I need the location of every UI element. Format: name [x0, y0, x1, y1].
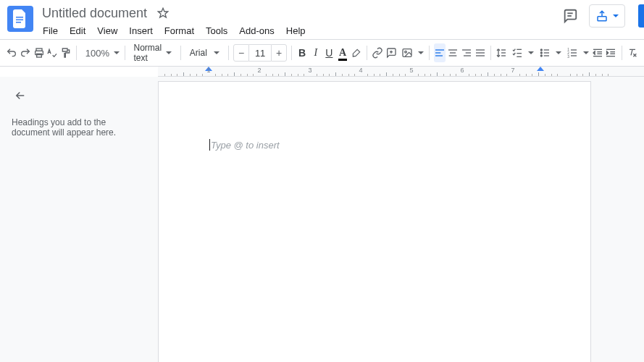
- toolbar: 100% Normal text Arial − 11 + B I U A 12…: [0, 39, 644, 67]
- ruler-label: 4: [359, 67, 362, 74]
- menu-format[interactable]: Format: [159, 24, 199, 38]
- separator: [180, 46, 181, 60]
- outline-hint-text: Headings you add to the document will ap…: [12, 117, 146, 138]
- menu-file[interactable]: File: [38, 24, 63, 38]
- menu-help[interactable]: Help: [281, 24, 311, 38]
- numbered-list-button[interactable]: 123: [564, 43, 581, 62]
- align-left-button[interactable]: [434, 43, 446, 62]
- paragraph-style-dropdown[interactable]: Normal text: [130, 43, 177, 62]
- numbered-list-dropdown[interactable]: 123: [564, 43, 590, 62]
- svg-text:3: 3: [568, 55, 570, 59]
- menu-tools[interactable]: Tools: [201, 24, 233, 38]
- svg-marker-3: [158, 8, 167, 17]
- insert-link-button[interactable]: [372, 43, 384, 62]
- caret-icon: [214, 51, 219, 54]
- font-family-value: Arial: [190, 48, 207, 58]
- insert-image-button[interactable]: [398, 43, 416, 62]
- separator: [367, 46, 367, 60]
- page[interactable]: Type @ to insert: [158, 81, 591, 362]
- svg-point-33: [541, 52, 543, 54]
- svg-point-13: [405, 51, 407, 53]
- print-button[interactable]: [33, 43, 45, 62]
- font-size-control: − 11 +: [233, 43, 287, 62]
- undo-button[interactable]: [6, 43, 18, 62]
- caret-icon: [114, 51, 120, 54]
- svg-point-32: [541, 49, 543, 51]
- align-right-button[interactable]: [461, 43, 473, 62]
- font-size-increase-button[interactable]: +: [271, 44, 287, 62]
- spellcheck-button[interactable]: [46, 43, 59, 62]
- ruler-label: 6: [460, 67, 464, 74]
- font-size-value[interactable]: 11: [249, 44, 271, 62]
- svg-rect-1: [16, 20, 23, 21]
- ruler-label: 1: [206, 67, 210, 74]
- separator: [291, 46, 292, 60]
- decrease-indent-button[interactable]: [591, 43, 603, 62]
- paint-format-button[interactable]: [60, 43, 72, 62]
- highlight-color-button[interactable]: [350, 43, 362, 62]
- menu-edit[interactable]: Edit: [64, 24, 91, 38]
- menu-bar: File Edit View Insert Format Tools Add-o…: [0, 22, 644, 39]
- separator: [429, 46, 430, 60]
- font-family-dropdown[interactable]: Arial: [185, 43, 225, 62]
- line-spacing-button[interactable]: [495, 43, 508, 62]
- horizontal-ruler[interactable]: 1234567: [158, 67, 644, 77]
- right-indent-marker[interactable]: [537, 67, 544, 71]
- ruler-label: 2: [257, 67, 261, 74]
- svg-point-34: [541, 55, 543, 56]
- bulleted-list-dropdown[interactable]: [536, 43, 562, 62]
- separator: [228, 46, 229, 60]
- underline-button[interactable]: U: [323, 43, 335, 62]
- align-center-button[interactable]: [447, 43, 459, 62]
- svg-rect-6: [598, 17, 606, 21]
- zoom-dropdown[interactable]: 100%: [81, 43, 120, 62]
- add-comment-button[interactable]: [385, 43, 397, 62]
- separator: [490, 46, 491, 60]
- separator: [622, 46, 622, 60]
- caret-icon: [583, 51, 589, 54]
- insert-placeholder: Type @ to insert: [211, 140, 280, 151]
- font-size-decrease-button[interactable]: −: [233, 44, 249, 62]
- clear-formatting-button[interactable]: [626, 43, 638, 62]
- insert-image-dropdown[interactable]: [398, 43, 425, 62]
- star-button[interactable]: [154, 4, 172, 22]
- menu-view[interactable]: View: [92, 24, 122, 38]
- document-canvas[interactable]: Type @ to insert: [158, 77, 644, 362]
- ruler-label: 5: [409, 67, 413, 74]
- increase-indent-button[interactable]: [605, 43, 617, 62]
- bulleted-list-button[interactable]: [536, 43, 553, 62]
- share-caret-icon: [613, 14, 619, 17]
- caret-icon: [556, 51, 561, 54]
- text-cursor: [209, 139, 210, 151]
- text-color-button[interactable]: A: [337, 43, 349, 62]
- menu-addons[interactable]: Add-ons: [234, 24, 279, 38]
- document-title[interactable]: Untitled document: [42, 4, 147, 21]
- caret-icon: [418, 51, 424, 54]
- separator: [76, 46, 77, 60]
- svg-rect-0: [16, 17, 23, 18]
- outline-pane: Headings you add to the document will ap…: [0, 77, 158, 362]
- paragraph-style-value: Normal text: [134, 43, 162, 63]
- checklist-dropdown[interactable]: [509, 43, 535, 62]
- ruler-label: 7: [511, 67, 514, 74]
- ruler-label: 3: [308, 67, 311, 74]
- redo-button[interactable]: [20, 43, 32, 62]
- italic-button[interactable]: I: [309, 43, 322, 62]
- bold-button[interactable]: B: [296, 43, 309, 62]
- caret-icon: [528, 51, 534, 54]
- zoom-value: 100%: [85, 48, 109, 59]
- caret-icon: [166, 51, 172, 54]
- align-justify-button[interactable]: [474, 43, 486, 62]
- checklist-button[interactable]: [509, 43, 526, 62]
- separator: [125, 46, 125, 60]
- close-outline-button[interactable]: [12, 87, 29, 104]
- menu-insert[interactable]: Insert: [124, 24, 158, 38]
